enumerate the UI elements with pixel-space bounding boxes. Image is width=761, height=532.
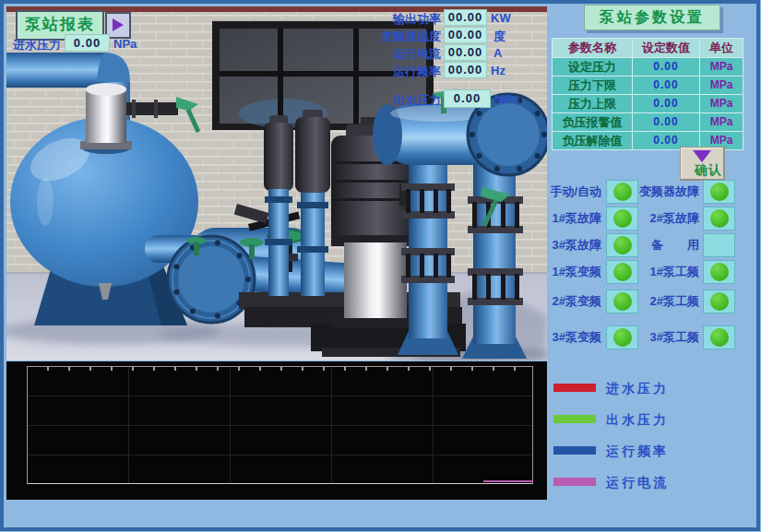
run-frequency-label: 运行频率	[360, 64, 441, 80]
param-unit: MPa	[700, 77, 743, 94]
hmi-page: 泵站报表 进水压力 0.00 NPa 输出功率 00.00 KW 变频器温度 0…	[0, 0, 761, 532]
legend-label-run-current: 运行电流	[606, 474, 669, 491]
param-value-input[interactable]: 0.00	[633, 77, 699, 94]
param-value-input[interactable]: 0.00	[633, 113, 699, 131]
param-value-input[interactable]: 0.00	[633, 58, 699, 76]
trend-plot-area	[27, 366, 533, 484]
inlet-pressure-label: 进水压力	[13, 37, 61, 53]
col-header-unit: 单位	[700, 39, 743, 57]
col-header-name: 参数名称	[553, 39, 632, 57]
status-label-inverter-fault: 变频器故障	[614, 180, 699, 204]
param-unit: MPa	[700, 58, 743, 76]
legend-swatch-outlet-pressure	[553, 415, 596, 423]
output-power-label: 输出功率	[360, 11, 441, 28]
output-power-unit: KW	[491, 11, 511, 25]
status-lamp	[710, 209, 729, 228]
inverter-temp-unit: 度	[493, 29, 505, 45]
confirm-button[interactable]: 确认	[680, 147, 725, 181]
status-lamp	[710, 292, 729, 311]
legend-label-outlet-pressure: 出水压力	[606, 411, 669, 428]
status-label-pump3-fault: 3#泵故障	[517, 233, 601, 257]
run-current-label: 运行电流	[360, 46, 441, 63]
param-name: 负压解除值	[553, 132, 632, 149]
status-label-manual-auto: 手动/自动	[517, 180, 601, 204]
status-label-pump2-fault: 2#泵故障	[614, 207, 699, 231]
status-label-pump1-vfd: 1#泵变频	[517, 260, 601, 284]
status-lamp	[710, 183, 729, 201]
status-label-pump1-fault: 1#泵故障	[517, 207, 601, 231]
legend-label-run-frequency: 运行频率	[606, 443, 669, 459]
param-unit: MPa	[700, 113, 743, 131]
outlet-pressure-unit: MPa	[494, 92, 519, 106]
triangle-down-icon	[693, 150, 711, 162]
run-frequency-value: 00.00	[444, 62, 487, 78]
play-icon	[113, 18, 124, 31]
status-lamp	[710, 328, 729, 347]
inverter-temp-label: 变频器温度	[360, 29, 441, 45]
param-unit: MPa	[700, 95, 743, 112]
lamp-box-pump3-mains	[703, 325, 735, 349]
legend-swatch-inlet-pressure	[553, 384, 596, 392]
run-current-unit: A	[493, 46, 502, 60]
legend-swatch-run-current	[553, 478, 596, 486]
col-header-value: 设定数值	[633, 39, 699, 57]
param-name: 压力上限	[553, 95, 632, 112]
param-name: 负压报警值	[553, 113, 632, 131]
inlet-pressure-value: 0.00	[65, 34, 110, 52]
inverter-temp-value: 00.00	[444, 27, 487, 43]
status-label-pump1-mains: 1#泵工频	[614, 260, 699, 284]
param-name: 压力下限	[553, 77, 632, 94]
run-frequency-unit: Hz	[491, 64, 505, 77]
outlet-pressure-value: 0.00	[444, 89, 491, 108]
status-lamp	[710, 263, 729, 281]
status-label-spare: 备 用	[614, 233, 699, 257]
status-label-pump3-mains: 3#泵工频	[614, 325, 699, 349]
inlet-pressure-unit: NPa	[113, 37, 137, 51]
confirm-button-label: 确认	[695, 162, 722, 179]
lamp-box-spare	[703, 233, 735, 257]
settings-panel-title: 泵站参数设置	[584, 5, 720, 30]
lamp-box-pump2-mains	[703, 290, 735, 313]
lamp-box-inverter-fault	[703, 180, 735, 204]
status-label-pump2-vfd: 2#泵变频	[517, 290, 601, 313]
axis-ticks	[28, 367, 532, 371]
outlet-pressure-label: 出水压力	[391, 92, 441, 109]
output-power-value: 00.00	[444, 9, 487, 26]
status-label-pump3-vfd: 3#泵变频	[517, 325, 601, 349]
run-current-value: 00.00	[444, 44, 487, 61]
status-label-pump2-mains: 2#泵工频	[614, 290, 699, 313]
param-name: 设定压力	[553, 58, 632, 76]
param-value-input[interactable]: 0.00	[633, 95, 699, 112]
legend-label-inlet-pressure: 进水压力	[606, 380, 669, 396]
legend-swatch-run-frequency	[553, 446, 596, 455]
trend-chart	[6, 361, 547, 500]
parameter-table: 参数名称 设定数值 单位 设定压力 0.00 MPa 压力下限 0.00 MPa…	[552, 38, 743, 150]
run-current-trace	[483, 480, 533, 482]
lamp-box-pump2-fault	[703, 207, 735, 231]
lamp-box-pump1-mains	[703, 260, 735, 284]
